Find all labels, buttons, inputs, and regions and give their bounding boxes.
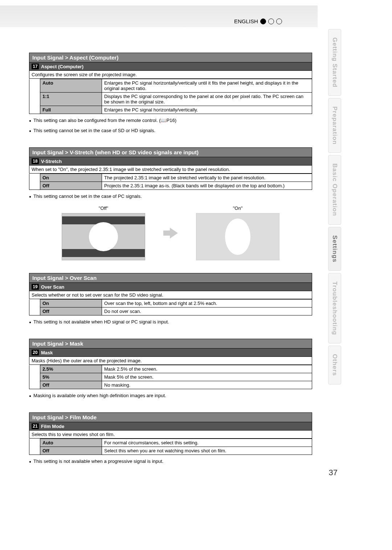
opt-val: No masking. [102,381,312,389]
opt-val: Enlarges the PC signal horizontally/vert… [102,106,312,114]
screen-illustration-off [62,213,145,260]
section-bar-mask: Input Signal > Mask [29,339,312,348]
desc-mask: Masks (Hides) the outer area of the proj… [29,357,312,365]
opt-val: Select this when you are not watching mo… [102,447,312,455]
language-label: ENGLISH [234,18,258,24]
sub-bar-vstretch: 18 V-Stretch [29,157,312,166]
opt-name: Auto [40,79,102,93]
desc-aspect: Configures the screen size of the projec… [29,71,312,79]
opt-name: 5% [40,373,102,381]
lang-dot-2 [268,19,274,24]
sub-bar-film: 21 Film Mode [29,422,312,431]
section-bar-overscan: Input Signal > Over Scan [29,273,312,282]
sub-title-overscan: Over Scan [41,284,64,290]
table-film: Auto For normal circumstances, select th… [29,439,312,455]
sub-bar-overscan: 19 Over Scan [29,282,312,291]
vstretch-figures: "Off" "On" [29,205,312,260]
tab-getting-started[interactable]: Getting Started [328,29,341,96]
fig-label-off: "Off" [62,205,145,211]
tab-basic-operation[interactable]: Basic Operation [328,155,341,224]
desc-vstretch: When set to "On", the projected 2.35:1 i… [29,166,312,174]
bullet-text: This setting is not available when HD si… [29,319,312,326]
bullet-text: This setting cannot be set in the case o… [29,128,312,134]
sub-title-aspect: Aspect (Computer) [41,64,83,69]
table-vstretch: On The projected 2.35:1 image will be st… [29,174,312,190]
svg-marker-0 [163,228,178,239]
tab-preparation[interactable]: Preparation [328,98,341,153]
opt-val: Over scan the top, left, bottom and righ… [102,300,312,307]
lang-dot-1 [260,19,266,24]
opt-val: Do not over scan. [102,307,312,315]
opt-name: Auto [40,439,102,447]
opt-val: The projected 2.35:1 image will be stret… [102,174,312,182]
sub-title-film: Film Mode [41,424,64,429]
bullet-text: This setting can also be configured from… [29,118,312,124]
opt-name: Off [40,182,102,190]
side-tabs: Getting Started Preparation Basic Operat… [328,29,341,387]
opt-name: Full [40,106,102,114]
opt-name: On [40,174,102,182]
section-bar-vstretch: Input Signal > V-Stretch (when HD or SD … [29,147,312,157]
opt-name: 2.5% [40,365,102,373]
opt-val: Mask 5% of the screen. [102,373,312,381]
desc-overscan: Selects whether or not to set over scan … [29,291,312,299]
section-bar-aspect: Input Signal > Aspect (Computer) [29,53,312,62]
arrow-icon [163,228,178,239]
opt-name: 1:1 [40,93,102,106]
page-number: 37 [329,468,338,477]
screen-illustration-on [196,213,279,260]
item-number-19: 19 [32,284,39,290]
opt-val: Displays the PC signal corresponding to … [102,93,312,106]
opt-val: For normal circumstances, select this se… [102,439,312,447]
item-number-21: 21 [32,423,39,429]
opt-name: Off [40,307,102,315]
language-indicator: ENGLISH [234,18,282,24]
opt-val: Projects the 2.35:1 image as-is. (Black … [102,182,312,190]
table-mask: 2.5% Mask 2.5% of the screen. 5% Mask 5%… [29,365,312,389]
table-overscan: On Over scan the top, left, bottom and r… [29,299,312,315]
tab-troubleshooting[interactable]: Troubleshooting [328,273,341,343]
table-aspect: Auto Enlarges the PC signal horizontally… [29,79,312,114]
opt-val: Enlarges the PC signal horizontally/vert… [102,79,312,93]
desc-film: Selects this to view movies shot on film… [29,431,312,439]
sub-title-mask: Mask [41,350,53,355]
opt-name: Off [40,447,102,455]
opt-name: Off [40,381,102,389]
tab-settings[interactable]: Settings [328,227,341,271]
sub-title-vstretch: V-Stretch [41,159,62,164]
bullet-text: This setting is not available when a pro… [29,459,312,465]
item-number-18: 18 [32,158,39,164]
opt-name: On [40,300,102,307]
sub-bar-aspect: 17 Aspect (Computer) [29,62,312,71]
item-number-17: 17 [32,64,39,69]
fig-label-on: "On" [196,205,279,211]
item-number-20: 20 [32,350,39,355]
bullet-text: Masking is available only when high defi… [29,393,312,399]
tab-others[interactable]: Others [328,346,341,384]
lang-dot-3 [276,19,282,24]
opt-val: Mask 2.5% of the screen. [102,365,312,373]
bullet-text: This setting cannot be set in the case o… [29,193,312,200]
sub-bar-mask: 20 Mask [29,348,312,357]
section-bar-film: Input Signal > Film Mode [29,412,312,422]
